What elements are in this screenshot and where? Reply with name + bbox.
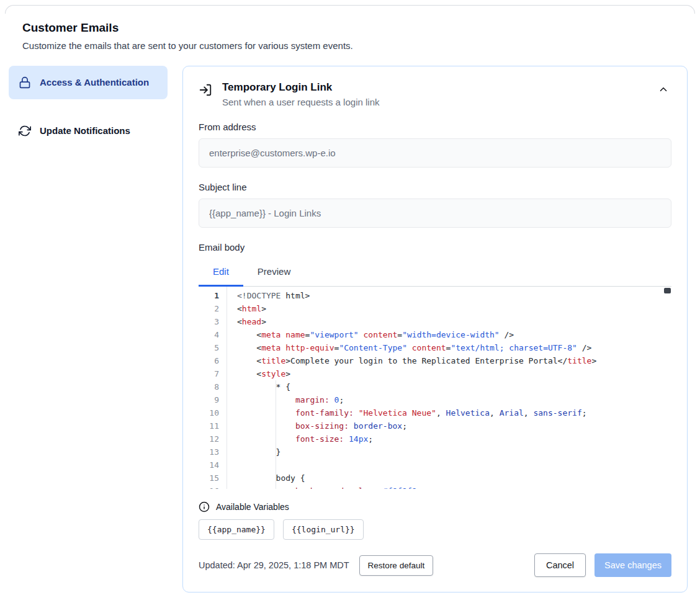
code-line: <!DOCTYPE html>: [237, 289, 671, 302]
sidebar-item-label: Update Notifications: [40, 123, 130, 138]
code-token: ,: [524, 408, 534, 418]
log-in-icon: [199, 83, 212, 97]
line-number: 6: [199, 354, 227, 367]
variable-chip-app-name[interactable]: {{app_name}}: [199, 519, 274, 540]
code-token: 14px: [349, 434, 368, 444]
code-token: * {: [237, 382, 290, 391]
code-line: <meta http-equiv="Content-Type" content=…: [237, 341, 671, 354]
available-variables-label: Available Variables: [216, 502, 289, 512]
panel-subtitle: Sent when a user requests a login link: [222, 97, 645, 107]
line-number: 4: [199, 328, 227, 341]
code-token: ;: [582, 408, 587, 418]
code-line: background-color: #f9f9f9;: [237, 485, 671, 489]
page-card-top-border: [5, 5, 695, 14]
sidebar-item-label: Access & Authentication: [40, 75, 149, 90]
code-token: >: [261, 304, 266, 313]
code-token: [330, 395, 334, 405]
code-token: html: [242, 304, 261, 313]
code-token: background-color:: [295, 486, 378, 489]
code-token: }: [237, 447, 280, 457]
variable-chips: {{app_name}} {{login_url}}: [199, 519, 671, 540]
code-line: <title>Complete your login to the Replic…: [237, 354, 671, 367]
code-token: [344, 434, 349, 444]
code-token: title: [261, 356, 285, 365]
email-body-label: Email body: [199, 242, 671, 253]
code-token: >: [261, 317, 266, 326]
variable-chip-login-url[interactable]: {{login_url}}: [283, 519, 364, 540]
email-types-sidebar: Access & Authentication Update Notificat…: [9, 66, 168, 148]
code-token: <!DOCTYPE: [237, 291, 285, 300]
code-token: "viewport": [310, 330, 358, 339]
code-token: >: [591, 356, 596, 365]
available-variables-row: Available Variables: [199, 501, 671, 512]
code-token: >: [305, 291, 310, 300]
code-token: [354, 408, 359, 418]
code-token: margin:: [295, 395, 330, 405]
subject-line-input[interactable]: [199, 199, 671, 228]
email-body-tabs: Edit Preview: [199, 259, 671, 287]
updated-timestamp: Updated: Apr 29, 2025, 1:18 PM MDT: [199, 560, 349, 570]
line-number: 14: [199, 458, 227, 472]
code-token: ;: [368, 434, 373, 444]
code-token: title: [567, 356, 591, 365]
code-token: Arial: [500, 408, 524, 418]
code-token: <: [237, 369, 261, 378]
code-token: [407, 343, 412, 352]
line-number: 2: [199, 302, 227, 315]
code-token: >Complete your login to the Replicated E…: [285, 356, 567, 365]
restore-default-button[interactable]: Restore default: [359, 555, 434, 576]
collapse-panel-button[interactable]: [655, 81, 671, 99]
code-line: <style>: [237, 367, 671, 380]
code-token: <: [237, 343, 261, 352]
code-token: >: [285, 369, 290, 378]
code-token: [237, 434, 295, 444]
code-line: body {: [237, 472, 671, 485]
line-number: 7: [199, 367, 227, 380]
line-number: 5: [199, 341, 227, 354]
code-line: <meta name="viewport" content="width=dev…: [237, 328, 671, 341]
editor-gutter: 12345678910111213141516: [199, 287, 227, 489]
code-token: <: [237, 330, 261, 339]
code-token: [237, 408, 295, 418]
editor-code[interactable]: <!DOCTYPE html><html><head> <meta name="…: [227, 287, 671, 489]
line-number: 8: [199, 380, 227, 393]
sidebar-item-access-authentication[interactable]: Access & Authentication: [9, 66, 168, 99]
page-title: Customer Emails: [22, 21, 678, 35]
code-line: }: [237, 445, 671, 458]
code-token: #f9f9f9: [383, 486, 417, 489]
from-address-input[interactable]: [199, 138, 671, 168]
code-token: html: [285, 291, 305, 300]
code-token: [237, 421, 295, 431]
panel-footer: Updated: Apr 29, 2025, 1:18 PM MDT Resto…: [199, 553, 671, 577]
line-number: 12: [199, 432, 227, 445]
code-token: <: [237, 304, 242, 313]
chevron-up-icon: [658, 84, 669, 97]
code-token: body {: [237, 473, 305, 483]
code-token: <: [237, 356, 261, 365]
code-token: border-box: [354, 421, 402, 431]
code-token: head: [242, 317, 261, 326]
code-token: ;: [417, 486, 422, 489]
line-number: 16: [199, 485, 227, 489]
code-editor[interactable]: 12345678910111213141516 <!DOCTYPE html><…: [199, 287, 671, 489]
cancel-button[interactable]: Cancel: [534, 553, 586, 577]
lock-icon: [19, 76, 31, 89]
code-token: content: [412, 343, 446, 352]
code-token: name: [285, 330, 305, 339]
line-number: 11: [199, 419, 227, 432]
code-token: box-sizing:: [295, 421, 349, 431]
code-token: [349, 421, 354, 431]
code-token: "width=device-width": [402, 330, 500, 339]
code-token: "text/html; charset=UTF-8": [451, 343, 577, 352]
sidebar-item-update-notifications[interactable]: Update Notifications: [9, 114, 168, 148]
tab-edit[interactable]: Edit: [199, 259, 243, 287]
save-changes-button[interactable]: Save changes: [595, 553, 671, 577]
editor-scrollbar-thumb[interactable]: [664, 288, 671, 293]
code-line: box-sizing: border-box;: [237, 419, 671, 432]
refresh-icon: [19, 125, 31, 137]
tab-preview[interactable]: Preview: [243, 259, 305, 287]
code-token: <: [237, 317, 242, 326]
code-token: ,: [490, 408, 500, 418]
code-line: font-size: 14px;: [237, 432, 671, 445]
line-number: 3: [199, 315, 227, 328]
